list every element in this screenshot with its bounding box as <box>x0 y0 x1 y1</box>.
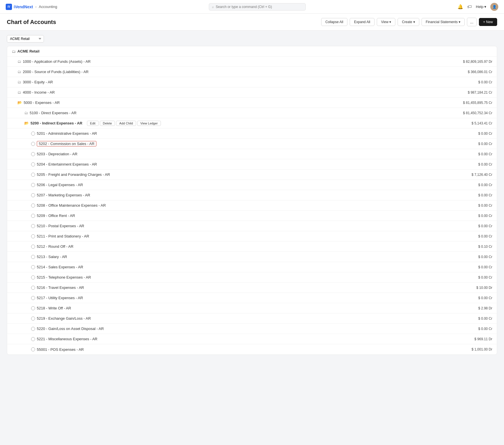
tree-left: 5221 - Miscellaneous Expenses - AR <box>31 337 97 341</box>
search-input[interactable] <box>216 5 303 9</box>
account-balance: $ 366,086.01 Cr <box>468 70 492 74</box>
account-balance: $ 0.00 Cr <box>478 255 492 259</box>
circle-icon <box>31 142 35 146</box>
tree-row[interactable]: 5214 - Sales Expenses - AR $ 0.00 Cr <box>7 262 497 272</box>
help-chevron-icon: ▾ <box>484 5 486 9</box>
tree-row[interactable]: 5206 - Legal Expenses - AR $ 0.00 Cr <box>7 180 497 190</box>
account-label: 5221 - Miscellaneous Expenses - AR <box>37 337 97 341</box>
action-view-ledger-button[interactable]: View Ledger <box>137 121 161 126</box>
account-label: 5220 - Gain/Loss on Asset Disposal - AR <box>37 327 104 331</box>
tree-row[interactable]: 5211 - Print and Stationery - AR $ 0.00 … <box>7 231 497 241</box>
tree-row[interactable]: 5205 - Freight and Forwarding Charges - … <box>7 170 497 180</box>
account-label: 2000 - Source of Funds (Liabilities) - A… <box>23 70 89 74</box>
tree-row[interactable]: 🗂 3000 - Equity - AR $ 0.00 Cr <box>7 77 497 87</box>
folder-icon: 🗂 <box>17 90 21 94</box>
circle-icon <box>31 152 35 156</box>
tree-row[interactable]: 📂 5000 - Expenses - AR $ 81,455,895.75 C… <box>7 98 497 108</box>
account-balance: $ 2.98 Dr <box>478 306 492 310</box>
circle-icon <box>31 183 35 187</box>
account-label: 4000 - Income - AR <box>23 90 55 94</box>
expand-all-button[interactable]: Expand All <box>350 18 375 26</box>
tree-row[interactable]: 🗂 1000 - Application of Funds (Assets) -… <box>7 57 497 67</box>
account-balance: $ 81,450,752.34 Cr <box>463 111 492 115</box>
account-balance: $ 0.00 Cr <box>478 183 492 187</box>
circle-icon <box>31 337 35 341</box>
tree-left: 5208 - Office Maintenance Expenses - AR <box>31 203 106 208</box>
circle-icon <box>31 245 35 249</box>
tree-row[interactable]: 5204 - Entertainment Expenses - AR $ 0.0… <box>7 159 497 170</box>
account-balance: $ 0.00 Cr <box>478 234 492 238</box>
new-button[interactable]: + New <box>479 18 497 26</box>
account-balance: $ 0.00 Cr <box>478 224 492 228</box>
tree-row[interactable]: 5203 - Depreciation - AR $ 0.00 Cr <box>7 149 497 159</box>
view-button[interactable]: View ▾ <box>377 18 395 26</box>
brand-logo-area[interactable]: iV iVendNext <box>6 4 33 10</box>
circle-icon <box>31 214 35 218</box>
action-delete-button[interactable]: Delete <box>100 121 115 126</box>
account-label: 5209 - Office Rent - AR <box>37 214 75 218</box>
help-button[interactable]: Help ▾ <box>476 5 486 9</box>
financial-statements-button[interactable]: Financial Statements ▾ <box>422 18 465 26</box>
tree-left: 5211 - Print and Stationery - AR <box>31 234 89 238</box>
tree-left: 5212 - Round Off - AR <box>31 244 73 249</box>
circle-icon <box>31 173 35 177</box>
create-button[interactable]: Create ▾ <box>398 18 419 26</box>
tree-root-row[interactable]: 🗂 ACME Retail <box>7 46 497 57</box>
account-label: 5100 - Direct Expenses - AR <box>30 111 76 115</box>
tree-row[interactable]: 5207 - Marketing Expenses - AR $ 0.00 Cr <box>7 190 497 200</box>
account-balance: $ 987,184.21 Cr <box>468 90 492 94</box>
account-balance: $ 5,143.41 Cr <box>471 121 492 125</box>
tree-left: 🗂 2000 - Source of Funds (Liabilities) -… <box>17 70 89 74</box>
tree-row[interactable]: 📂 5200 - Indirect Expenses - AR EditDele… <box>7 118 497 128</box>
circle-icon <box>31 296 35 300</box>
tree-left: 🗂 1000 - Application of Funds (Assets) -… <box>17 59 91 64</box>
account-balance: $ 0.00 Cr <box>478 152 492 156</box>
tree-row[interactable]: 5213 - Salary - AR $ 0.00 Cr <box>7 252 497 262</box>
breadcrumb-accounting[interactable]: Accounting <box>39 5 57 9</box>
tree-row[interactable]: 5202 - Commission on Sales - AR $ 0.00 C… <box>7 139 497 149</box>
tree-row[interactable]: 5218 - Write Off - AR $ 2.98 Dr <box>7 303 497 313</box>
account-label: 5201 - Administrative Expenses - AR <box>37 131 97 136</box>
tree-row[interactable]: 🗂 5100 - Direct Expenses - AR $ 81,450,7… <box>7 108 497 118</box>
collapse-all-button[interactable]: Collapse All <box>321 18 348 26</box>
root-label: ACME Retail <box>17 49 39 53</box>
tree-row[interactable]: 5220 - Gain/Loss on Asset Disposal - AR … <box>7 324 497 334</box>
action-edit-button[interactable]: Edit <box>87 121 99 126</box>
tree-row[interactable]: 5212 - Round Off - AR $ 0.10 Cr <box>7 241 497 252</box>
tree-row[interactable]: 5208 - Office Maintenance Expenses - AR … <box>7 200 497 211</box>
account-label: 5000 - Expenses - AR <box>24 100 60 105</box>
tags-button[interactable]: 🏷 <box>467 4 472 9</box>
tree-left: 5210 - Postal Expenses - AR <box>31 224 84 228</box>
tree-row[interactable]: 5221 - Miscellaneous Expenses - AR $ 969… <box>7 334 497 344</box>
account-label: 5213 - Salary - AR <box>37 255 67 259</box>
account-label: 5200 - Indirect Expenses - AR <box>31 121 82 125</box>
tree-row[interactable]: 55001 - POS Expenses - AR $ 1,001.00 Dr <box>7 344 497 355</box>
account-label: 5208 - Office Maintenance Expenses - AR <box>37 203 106 208</box>
tree-row[interactable]: 5217 - Utility Expenses - AR $ 0.00 Cr <box>7 293 497 303</box>
search-icon: ⌕ <box>212 5 214 9</box>
company-select[interactable]: ACME Retail <box>7 35 44 43</box>
top-navigation: iV iVendNext › Accounting ⌕ 🔔 🏷 Help ▾ 👤 <box>0 0 504 14</box>
tree-left: 5204 - Entertainment Expenses - AR <box>31 162 97 166</box>
more-button[interactable]: ... <box>467 18 477 26</box>
tree-row[interactable]: 5201 - Administrative Expenses - AR $ 0.… <box>7 128 497 139</box>
notifications-button[interactable]: 🔔 <box>458 4 463 9</box>
search-box[interactable]: ⌕ <box>209 3 306 11</box>
account-label: 5205 - Freight and Forwarding Charges - … <box>37 172 110 177</box>
action-add-child-button[interactable]: Add Child <box>116 121 136 126</box>
tree-row[interactable]: 5215 - Telephone Expenses - AR $ 0.00 Cr <box>7 272 497 283</box>
help-label: Help <box>476 5 483 9</box>
account-tree: 🗂 ACME Retail 🗂 1000 - Application of Fu… <box>7 46 497 355</box>
tree-row[interactable]: 🗂 4000 - Income - AR $ 987,184.21 Cr <box>7 87 497 98</box>
tree-left: 5215 - Telephone Expenses - AR <box>31 275 91 279</box>
tree-left: 5205 - Freight and Forwarding Charges - … <box>31 172 110 177</box>
tree-row[interactable]: 5210 - Postal Expenses - AR $ 0.00 Cr <box>7 221 497 231</box>
tree-row[interactable]: 5209 - Office Rent - AR $ 0.00 Cr <box>7 211 497 221</box>
tree-left: 5213 - Salary - AR <box>31 255 67 259</box>
breadcrumb-separator: › <box>35 5 37 9</box>
avatar[interactable]: 👤 <box>490 3 498 11</box>
tree-row[interactable]: 5219 - Exchange Gain/Loss - AR $ 0.00 Cr <box>7 313 497 324</box>
tree-row[interactable]: 🗂 2000 - Source of Funds (Liabilities) -… <box>7 67 497 77</box>
tree-row[interactable]: 5216 - Travel Expenses - AR $ 10.00 Dr <box>7 283 497 293</box>
account-balance: $ 0.00 Cr <box>478 327 492 331</box>
